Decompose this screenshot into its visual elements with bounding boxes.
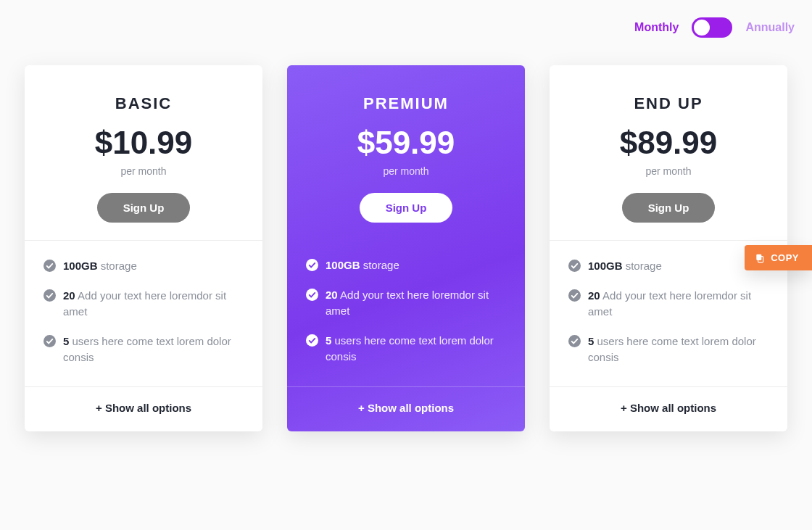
feature-rest: storage [363, 259, 399, 271]
feature-rest: Add your text here loremdor sit amet [326, 289, 489, 318]
svg-point-0 [44, 260, 56, 272]
feature-text: 100GB storage [588, 258, 662, 275]
svg-point-4 [306, 289, 318, 301]
check-circle-icon [44, 289, 56, 302]
copy-icon [755, 253, 765, 263]
signup-button[interactable]: Sign Up [360, 193, 453, 223]
plan-price: $59.99 [302, 125, 510, 161]
plan-header: BASIC$10.99per monthSign Up [25, 65, 262, 240]
billing-toggle[interactable] [692, 17, 732, 38]
feature-item: 20 Add your text here loremdor sit amet [568, 288, 768, 320]
show-all-options[interactable]: + Show all options [25, 386, 262, 431]
feature-text: 5 users here come text lorem dolor consi… [326, 333, 506, 365]
plan-period: per month [564, 165, 773, 177]
feature-bold: 5 [326, 334, 331, 347]
check-circle-icon [306, 259, 318, 271]
feature-item: 20 Add your text here loremdor sit amet [306, 287, 506, 320]
plan-header: END UP$89.99per monthSign Up [550, 65, 787, 240]
toggle-label-monthly[interactable]: Monthly [634, 21, 679, 34]
svg-point-5 [306, 334, 318, 347]
feature-bold: 20 [63, 289, 75, 302]
feature-item: 5 users here come text lorem dolor consi… [568, 334, 768, 366]
svg-point-8 [568, 335, 581, 347]
svg-point-2 [44, 335, 56, 347]
plan-name: PREMIUM [302, 94, 510, 113]
plan-period: per month [39, 165, 248, 177]
copy-button-label: COPY [771, 252, 799, 263]
signup-button[interactable]: Sign Up [97, 193, 191, 223]
toggle-knob [694, 20, 710, 36]
feature-text: 20 Add your text here loremdor sit amet [63, 288, 244, 320]
plan-name: END UP [564, 94, 773, 113]
svg-point-7 [568, 289, 581, 302]
feature-bold: 20 [588, 289, 600, 302]
signup-button[interactable]: Sign Up [622, 193, 716, 223]
feature-rest: Add your text here loremdor sit amet [588, 289, 751, 318]
pricing-plan: PREMIUM$59.99per monthSign Up100GB stora… [287, 65, 525, 431]
plan-features: 100GB storage20 Add your text here lorem… [25, 240, 262, 386]
feature-text: 100GB storage [326, 257, 399, 274]
feature-text: 20 Add your text here loremdor sit amet [588, 288, 768, 320]
feature-bold: 5 [63, 335, 69, 347]
check-circle-icon [568, 289, 581, 302]
svg-point-6 [568, 260, 581, 272]
check-circle-icon [44, 335, 56, 347]
show-all-options[interactable]: + Show all options [287, 386, 525, 431]
svg-point-3 [306, 259, 318, 271]
feature-text: 5 users here come text lorem dolor consi… [588, 334, 768, 366]
feature-item: 100GB storage [44, 258, 244, 275]
plan-period: per month [302, 165, 510, 177]
feature-text: 100GB storage [63, 258, 137, 275]
feature-item: 20 Add your text here loremdor sit amet [44, 288, 244, 320]
billing-toggle-row: Monthly Annually [0, 0, 812, 38]
feature-text: 5 users here come text lorem dolor consi… [63, 334, 244, 366]
toggle-label-annually[interactable]: Annually [745, 21, 795, 34]
feature-item: 5 users here come text lorem dolor consi… [44, 334, 244, 366]
check-circle-icon [568, 260, 581, 272]
svg-point-1 [44, 289, 56, 302]
feature-bold: 20 [326, 289, 338, 301]
check-circle-icon [568, 335, 581, 347]
check-circle-icon [306, 334, 318, 347]
pricing-plan: BASIC$10.99per monthSign Up100GB storage… [25, 65, 262, 431]
check-circle-icon [44, 260, 56, 272]
feature-rest: Add your text here loremdor sit amet [63, 289, 226, 318]
feature-item: 100GB storage [568, 258, 768, 275]
copy-button[interactable]: COPY [745, 245, 812, 270]
plan-price: $10.99 [39, 125, 248, 161]
feature-rest: users here come text lorem dolor consis [63, 335, 231, 364]
feature-bold: 100GB [326, 259, 360, 271]
feature-rest: storage [626, 260, 662, 272]
feature-rest: storage [101, 260, 137, 272]
pricing-plans: BASIC$10.99per monthSign Up100GB storage… [0, 65, 812, 431]
feature-item: 5 users here come text lorem dolor consi… [306, 333, 506, 365]
feature-text: 20 Add your text here loremdor sit amet [326, 287, 506, 320]
feature-rest: users here come text lorem dolor consis [326, 334, 494, 363]
plan-features: 100GB storage20 Add your text here lorem… [287, 240, 525, 386]
plan-header: PREMIUM$59.99per monthSign Up [287, 65, 525, 240]
feature-bold: 100GB [588, 260, 623, 272]
feature-bold: 5 [588, 335, 594, 347]
svg-rect-10 [756, 254, 761, 260]
show-all-options[interactable]: + Show all options [550, 386, 787, 431]
feature-item: 100GB storage [306, 257, 506, 274]
feature-rest: users here come text lorem dolor consis [588, 335, 756, 364]
plan-name: BASIC [39, 94, 248, 113]
plan-price: $89.99 [564, 125, 773, 161]
check-circle-icon [306, 289, 318, 301]
feature-bold: 100GB [63, 260, 98, 272]
